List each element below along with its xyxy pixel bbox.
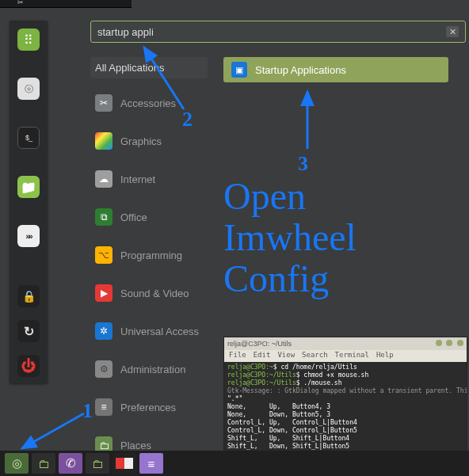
terminal-title: relja@C3PO: ~/Utils: [227, 340, 292, 348]
terminal-window[interactable]: relja@C3PO: ~/Utils File Edit View Searc…: [223, 337, 467, 455]
category-label: All Applications: [95, 62, 164, 74]
accessories-icon: ✂: [17, 0, 24, 6]
category-all[interactable]: All Applications: [90, 57, 208, 78]
dock-files-icon[interactable]: [32, 453, 55, 474]
category-label: Administration: [120, 364, 185, 375]
terminal-body[interactable]: relja@C3PO:~$ cd /home/relja/Utilsrelja@…: [224, 362, 467, 455]
category-label: Accessories: [120, 97, 176, 109]
accessories-icon: [95, 94, 112, 112]
disks-icon[interactable]: [17, 78, 40, 100]
category-universal-access[interactable]: Universal Access: [90, 318, 208, 345]
terminal-icon[interactable]: [17, 127, 40, 149]
all-apps-icon[interactable]: [17, 29, 40, 51]
category-label: Places: [120, 440, 151, 451]
dock-viber-icon[interactable]: [59, 453, 82, 474]
maximize-icon[interactable]: [446, 340, 452, 346]
category-label: Universal Access: [120, 326, 199, 337]
menu-help[interactable]: Help: [376, 351, 394, 361]
category-accessories[interactable]: Accessories: [90, 89, 208, 116]
favorites-panel: [10, 21, 48, 383]
video-icon[interactable]: [17, 225, 40, 247]
category-preferences[interactable]: Preferences: [90, 394, 208, 421]
menu-launcher-icon[interactable]: [5, 453, 29, 474]
category-sound-video[interactable]: Sound & Video: [90, 280, 208, 307]
search-box[interactable]: ✕: [90, 21, 466, 43]
power-icon[interactable]: [17, 355, 40, 377]
menu-search[interactable]: Search: [302, 351, 328, 361]
terminal-menubar[interactable]: File Edit View Search Terminal Help: [224, 350, 467, 362]
dock-editor-icon[interactable]: [139, 453, 163, 474]
administration-icon: [95, 360, 112, 378]
graphics-icon: [95, 132, 112, 150]
category-label: Graphics: [120, 135, 162, 147]
terminal-titlebar[interactable]: relja@C3PO: ~/Utils: [224, 337, 467, 350]
menu-terminal[interactable]: Terminal: [335, 351, 369, 361]
category-graphics[interactable]: Graphics: [90, 128, 208, 154]
dock-doublecmd-icon[interactable]: [112, 453, 136, 474]
sound-video-icon: [95, 284, 112, 302]
taskbar: [0, 451, 469, 476]
category-label: Internet: [120, 173, 155, 185]
menu-view[interactable]: View: [277, 351, 295, 361]
programming-icon: [95, 246, 112, 264]
category-label: Programming: [120, 249, 182, 261]
dock-files2-icon[interactable]: [86, 453, 109, 474]
logout-icon[interactable]: [17, 320, 40, 342]
minimize-icon[interactable]: [436, 340, 442, 346]
office-icon: [95, 208, 112, 226]
category-administration[interactable]: Administration: [90, 356, 208, 383]
preferences-icon: [95, 398, 112, 416]
category-label: Sound & Video: [120, 288, 189, 299]
svg-line-0: [22, 413, 84, 448]
category-programming[interactable]: Programming: [90, 242, 208, 268]
files-icon[interactable]: [17, 176, 40, 198]
window-controls[interactable]: [433, 340, 463, 348]
category-internet[interactable]: Internet: [90, 166, 208, 192]
startup-applications-icon: [231, 62, 247, 78]
universal-access-icon: [95, 322, 112, 340]
internet-icon: [95, 170, 112, 188]
category-office[interactable]: Office: [90, 204, 208, 230]
lock-icon[interactable]: [17, 285, 40, 307]
category-label: Preferences: [120, 402, 176, 413]
result-label: Startup Applications: [255, 64, 346, 76]
menu-file[interactable]: File: [229, 351, 246, 361]
search-input[interactable]: [97, 26, 446, 38]
clear-search-icon[interactable]: ✕: [446, 26, 459, 37]
result-startup-applications[interactable]: Startup Applications: [223, 57, 448, 82]
category-list: All Applications Accessories Graphics In…: [90, 57, 208, 470]
menu-edit[interactable]: Edit: [254, 351, 271, 361]
close-icon[interactable]: [457, 340, 463, 346]
category-label: Office: [120, 211, 147, 223]
